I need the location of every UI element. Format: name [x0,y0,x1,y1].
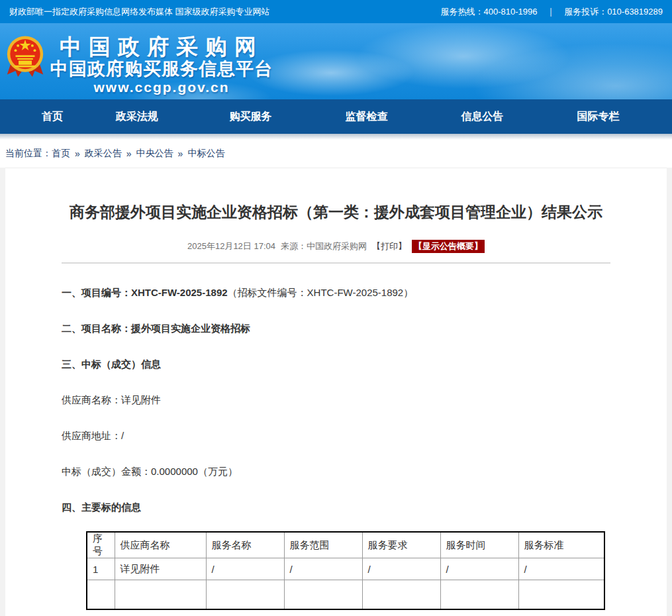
breadcrumb-separator: » [126,148,132,159]
breadcrumb-home[interactable]: 首页 [52,148,70,160]
nav-item-purchase-services[interactable]: 购买服务 [193,110,309,124]
section-award-amount: 中标（成交）金额：0.0000000（万元） [62,465,610,478]
section-bold-text: 三、中标（成交）信息 [62,358,161,370]
cell-supplier: 详见附件 [115,558,206,580]
show-summary-button[interactable]: 【显示公告概要】 [412,240,485,253]
col-header-service-requirement: 服务要求 [362,532,440,558]
breadcrumb-separator: » [178,148,183,159]
breadcrumb-central-notices[interactable]: 中央公告 [136,148,173,160]
title-divider [62,262,610,264]
nav-item-regulations[interactable]: 政采法规 [81,110,193,124]
nav-item-announcements[interactable]: 信息公告 [424,110,540,124]
section-bold-text: 四、主要标的信息 [62,501,141,513]
section-normal-text: 供应商地址：/ [62,430,124,441]
cell-empty [518,580,604,609]
breadcrumb-label: 当前位置： [5,148,52,160]
table-row: 1 详见附件 / / / / / [87,558,604,580]
cell-service-name: / [206,558,284,580]
top-utility-bar: 财政部唯一指定政府采购信息网络发布媒体 国家级政府采购专业网站 服务热线：400… [0,0,672,23]
announcement-article: 商务部援外项目实施企业资格招标（第一类：援外成套项目管理企业）结果公示 2025… [5,168,667,610]
china-national-emblem-icon [6,34,44,81]
col-header-seq: 序号 [87,532,115,558]
nav-item-international[interactable]: 国际专栏 [540,110,656,124]
article-meta: 2025年12月12日 17:04 来源：中国政府采购网 【打印】 【显示公告概… [62,240,610,253]
service-complaint: 服务投诉：010-63819289 [564,6,663,18]
col-header-service-name: 服务名称 [206,532,284,558]
masthead: 中国政府采购网 中国政府购买服务信息平台 www.ccgp.gov.cn [0,23,672,99]
cell-service-standard: / [518,558,604,580]
col-header-supplier: 供应商名称 [115,532,206,558]
cell-empty [206,580,284,609]
table-row-empty [87,580,604,609]
section-main-subject-info: 四、主要标的信息 [62,501,610,514]
site-url: www.ccgp.gov.cn [50,79,273,95]
col-header-service-standard: 服务标准 [518,532,604,558]
col-header-service-scope: 服务范围 [284,532,362,558]
site-slogan: 财政部唯一指定政府采购信息网络发布媒体 国家级政府采购专业网站 [9,6,270,18]
award-results-table: 序号 供应商名称 服务名称 服务范围 服务要求 服务时间 服务标准 1 详见附件… [86,531,605,610]
breadcrumb: 当前位置： 首页 » 政采公告 » 中央公告 » 中标公告 [0,140,672,168]
breadcrumb-award-notices[interactable]: 中标公告 [187,148,224,160]
cell-service-time: / [440,558,518,580]
site-name: 中国政府采购网 [50,35,273,59]
nav-item-supervision[interactable]: 监督检查 [309,110,424,124]
nav-bottom-fade [0,134,672,140]
section-normal-text: 供应商名称：详见附件 [62,394,161,405]
section-project-number: 一、项目编号：XHTC-FW-2025-1892（招标文件编号：XHTC-FW-… [62,286,610,299]
cell-empty [284,580,362,609]
col-header-service-time: 服务时间 [440,532,518,558]
service-hotline: 服务热线：400-810-1996 [440,6,537,18]
article-source: 来源：中国政府采购网 [281,240,367,252]
publish-datetime: 2025年12月12日 17:04 [187,240,275,252]
print-button[interactable]: 【打印】 [372,240,407,252]
section-project-name: 二、项目名称：援外项目实施企业资格招标 [62,322,610,335]
section-supplier-name: 供应商名称：详见附件 [62,393,610,407]
nav-item-home[interactable]: 首页 [23,110,81,124]
topbar-separator: ｜ [546,6,555,18]
cell-empty [87,580,115,609]
section-normal-text: 中标（成交）金额：0.0000000（万元） [62,466,238,477]
site-subtitle: 中国政府购买服务信息平台 [50,59,273,79]
page-title: 商务部援外项目实施企业资格招标（第一类：援外成套项目管理企业）结果公示 [62,168,610,221]
section-award-info: 三、中标（成交）信息 [62,358,610,371]
section-normal-text: （招标文件编号：XHTC-FW-2025-1892） [228,287,414,298]
cell-empty [115,580,206,609]
main-nav: 首页 政采法规 购买服务 监督检查 信息公告 国际专栏 [0,99,672,134]
breadcrumb-procurement-notices[interactable]: 政采公告 [85,148,122,160]
section-supplier-address: 供应商地址：/ [62,429,610,442]
cell-empty [440,580,518,609]
cell-service-requirement: / [362,558,440,580]
section-bold-text: 二、项目名称：援外项目实施企业资格招标 [62,323,250,334]
cell-empty [362,580,440,609]
cell-service-scope: / [284,558,362,580]
table-header-row: 序号 供应商名称 服务名称 服务范围 服务要求 服务时间 服务标准 [87,532,604,558]
section-bold-text: 一、项目编号：XHTC-FW-2025-1892 [62,287,228,298]
content-box: 商务部援外项目实施企业资格招标（第一类：援外成套项目管理企业）结果公示 2025… [5,168,667,616]
cell-seq: 1 [87,558,115,580]
site-brand[interactable]: 中国政府采购网 中国政府购买服务信息平台 www.ccgp.gov.cn [50,35,273,95]
breadcrumb-separator: » [75,148,80,159]
